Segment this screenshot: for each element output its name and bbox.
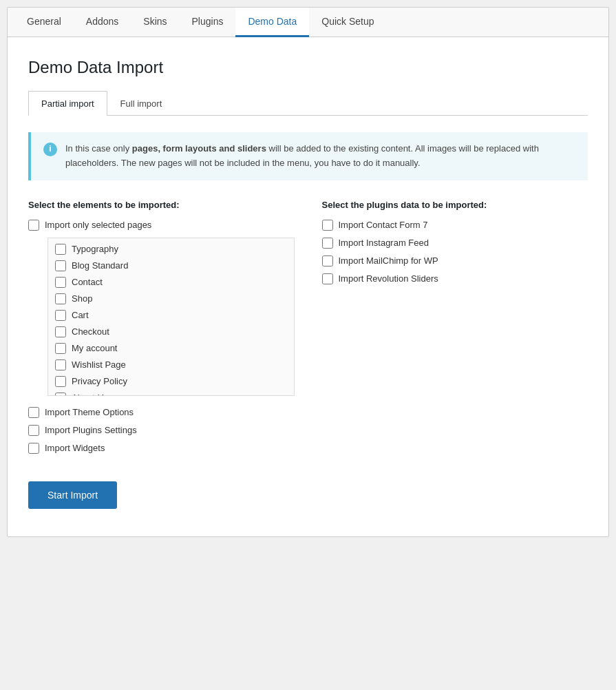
list-item[interactable]: Typography [55, 244, 287, 255]
page-checkbox[interactable] [55, 310, 66, 321]
option-label[interactable]: Import Widgets [45, 443, 105, 453]
tab-general[interactable]: General [14, 8, 74, 37]
tab-plugins[interactable]: Plugins [180, 8, 236, 37]
plugin-checkbox[interactable] [322, 238, 333, 249]
tab-quick-setup[interactable]: Quick Setup [309, 8, 386, 37]
page-checkbox[interactable] [55, 260, 66, 271]
page-label[interactable]: Cart [72, 310, 89, 320]
info-text-pre: In this case only [65, 143, 132, 154]
info-icon: i [43, 143, 57, 156]
list-item[interactable]: Import Widgets [28, 443, 295, 454]
option-checkbox[interactable] [28, 425, 39, 436]
main-tabs-bar: GeneralAddonsSkinsPluginsDemo DataQuick … [8, 8, 608, 37]
import-only-pages-checkbox[interactable] [28, 220, 39, 231]
page-checkbox[interactable] [55, 326, 66, 337]
page-label[interactable]: Typography [72, 244, 118, 254]
page-checkbox[interactable] [55, 244, 66, 255]
plugin-checkbox[interactable] [322, 255, 333, 266]
page-label[interactable]: My account [72, 343, 117, 353]
plugin-label[interactable]: Import Revolution Sliders [339, 273, 438, 284]
right-column: Select the plugins data to be imported: … [322, 200, 588, 291]
import-only-pages-label[interactable]: Import only selected pages [45, 220, 151, 230]
left-column: Select the elements to be imported: Impo… [28, 200, 295, 461]
plugin-options: Import Contact Form 7 Import Instagram F… [322, 220, 588, 284]
page-checkbox[interactable] [55, 376, 66, 387]
columns-container: Select the elements to be imported: Impo… [28, 200, 588, 461]
tab-demo-data[interactable]: Demo Data [235, 8, 309, 37]
list-item[interactable]: Contact [55, 277, 287, 288]
list-item[interactable]: Import Theme Options [28, 407, 295, 418]
page-label[interactable]: Contact [72, 277, 103, 287]
list-item[interactable]: Privacy Policy [55, 376, 287, 387]
plugin-label[interactable]: Import MailChimp for WP [339, 255, 438, 266]
left-section-label: Select the elements to be imported: [28, 200, 295, 210]
tab-addons[interactable]: Addons [74, 8, 131, 37]
list-item[interactable]: Checkout [55, 326, 287, 337]
info-text: In this case only pages, form layouts an… [65, 142, 575, 171]
list-item[interactable]: Shop [55, 293, 287, 304]
option-label[interactable]: Import Theme Options [45, 407, 134, 417]
list-item[interactable]: About Us [55, 393, 287, 396]
tab-skins[interactable]: Skins [131, 8, 179, 37]
main-content: Demo Data Import Partial importFull impo… [8, 37, 608, 536]
page-list-scroll[interactable]: Typography Blog Standard Contact Shop Ca… [47, 238, 295, 396]
list-item[interactable]: Wishlist Page [55, 359, 287, 370]
page-checkbox[interactable] [55, 293, 66, 304]
option-checkbox[interactable] [28, 407, 39, 418]
plugin-label[interactable]: Import Instagram Feed [339, 238, 429, 248]
plugin-checkbox[interactable] [322, 273, 333, 284]
list-item[interactable]: Blog Standard [55, 260, 287, 271]
page-label[interactable]: Privacy Policy [72, 376, 127, 386]
page-checkbox[interactable] [55, 393, 66, 396]
page-label[interactable]: Shop [72, 293, 92, 304]
start-import-button[interactable]: Start Import [28, 481, 117, 509]
plugin-checkbox[interactable] [322, 220, 333, 231]
import-tab-full-import[interactable]: Full import [107, 91, 176, 116]
page-label[interactable]: Checkout [72, 326, 109, 337]
list-item[interactable]: Import MailChimp for WP [322, 255, 588, 266]
settings-panel: GeneralAddonsSkinsPluginsDemo DataQuick … [7, 7, 609, 537]
option-label[interactable]: Import Plugins Settings [45, 425, 137, 435]
info-box: i In this case only pages, form layouts … [28, 132, 588, 180]
list-item[interactable]: Import Contact Form 7 [322, 220, 588, 231]
import-tabs: Partial importFull import [28, 91, 588, 116]
page-checkbox[interactable] [55, 359, 66, 370]
page-list-container: Typography Blog Standard Contact Shop Ca… [47, 238, 295, 396]
list-item[interactable]: Import Revolution Sliders [322, 273, 588, 284]
info-text-bold: pages, form layouts and sliders [132, 143, 266, 154]
import-tab-partial-import[interactable]: Partial import [28, 91, 107, 116]
bottom-options: Import Theme Options Import Plugins Sett… [28, 407, 295, 454]
list-item[interactable]: Import Plugins Settings [28, 425, 295, 436]
page-checkbox[interactable] [55, 277, 66, 288]
page-label[interactable]: Blog Standard [72, 260, 128, 271]
import-only-pages-row[interactable]: Import only selected pages [28, 220, 295, 231]
page-label[interactable]: Wishlist Page [72, 359, 126, 370]
list-item[interactable]: My account [55, 343, 287, 354]
page-title: Demo Data Import [28, 58, 588, 77]
page-label[interactable]: About Us [72, 393, 108, 396]
option-checkbox[interactable] [28, 443, 39, 454]
page-checkbox[interactable] [55, 343, 66, 354]
plugin-label[interactable]: Import Contact Form 7 [339, 220, 428, 230]
list-item[interactable]: Cart [55, 310, 287, 321]
right-section-label: Select the plugins data to be imported: [322, 200, 588, 210]
list-item[interactable]: Import Instagram Feed [322, 238, 588, 249]
